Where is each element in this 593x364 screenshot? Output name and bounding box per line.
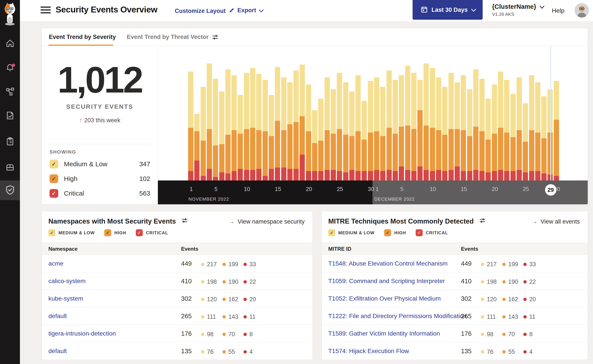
checkbox-checked[interactable]: ✓ bbox=[49, 189, 58, 198]
stacked-bar-day-12[interactable] bbox=[256, 74, 261, 181]
stacked-bar-day-22[interactable] bbox=[318, 99, 323, 181]
stacked-bar-day-13[interactable] bbox=[263, 80, 268, 181]
sidebar-item-alerts[interactable] bbox=[0, 61, 20, 75]
sidebar-item-threat-defense-active[interactable] bbox=[0, 181, 20, 200]
checkbox-checked[interactable]: ✓ bbox=[416, 229, 423, 236]
sliders-icon[interactable] bbox=[212, 33, 219, 42]
stacked-bar-day-43[interactable] bbox=[448, 73, 454, 181]
stacked-bar-day-20[interactable] bbox=[306, 84, 311, 181]
stacked-bar-day-6[interactable] bbox=[219, 91, 225, 181]
row-link[interactable]: T1052: Exfiltration Over Physical Medium bbox=[328, 295, 441, 302]
stacked-bar-day-7[interactable] bbox=[225, 69, 231, 181]
stacked-bar-day-3[interactable] bbox=[200, 87, 206, 181]
stacked-bar-day-53[interactable] bbox=[510, 94, 516, 181]
sliders-icon[interactable] bbox=[479, 217, 486, 226]
severity-chip-medium-low[interactable]: ✓MEDIUM & LOW bbox=[328, 229, 374, 236]
stacked-bar-day-37[interactable] bbox=[411, 73, 417, 181]
stacked-bar-day-2[interactable] bbox=[194, 114, 200, 181]
stacked-bar-day-10[interactable] bbox=[244, 73, 249, 181]
checkbox-checked[interactable]: ✓ bbox=[104, 229, 111, 236]
stacked-bar-day-14[interactable] bbox=[269, 95, 274, 181]
stacked-bar-day-49[interactable] bbox=[486, 99, 491, 181]
severity-filter-medium-low[interactable]: ✓Medium & Low347 bbox=[49, 159, 150, 169]
checkbox-checked[interactable]: ✓ bbox=[384, 229, 391, 236]
row-link[interactable]: T1222: File and Directory Permissions Mo… bbox=[328, 312, 467, 320]
selected-day-badge[interactable]: 29 bbox=[545, 184, 556, 195]
stacked-bar-day-38[interactable] bbox=[417, 80, 423, 181]
stacked-bar-day-16[interactable] bbox=[281, 78, 287, 181]
stacked-bar-day-27[interactable] bbox=[349, 91, 354, 181]
stacked-bar-day-28[interactable] bbox=[355, 75, 361, 181]
stacked-bar-day-31[interactable] bbox=[374, 78, 379, 181]
stacked-bar-day-42[interactable] bbox=[442, 87, 447, 181]
row-link[interactable]: kube-system bbox=[48, 295, 83, 302]
checkbox-checked[interactable]: ✓ bbox=[136, 229, 143, 236]
severity-filter-critical[interactable]: ✓Critical563 bbox=[49, 188, 150, 199]
stacked-bar-day-44[interactable] bbox=[455, 82, 460, 181]
severity-chip-high[interactable]: ✓HIGH bbox=[104, 229, 126, 236]
view-namespace-security-link[interactable]: → View namespace security bbox=[229, 218, 305, 225]
date-range-button[interactable]: Last 30 Days bbox=[413, 0, 483, 20]
export-button[interactable]: Export bbox=[237, 7, 262, 14]
stacked-bar-day-60[interactable] bbox=[554, 81, 559, 181]
stacked-bar-day-9[interactable] bbox=[238, 95, 243, 181]
row-link[interactable]: acme bbox=[48, 260, 63, 267]
stacked-bar-day-40[interactable] bbox=[430, 68, 435, 181]
sliders-icon[interactable] bbox=[181, 217, 188, 226]
hamburger-icon[interactable] bbox=[40, 6, 51, 14]
row-link[interactable]: T1574: Hijack Execution Flow bbox=[328, 348, 409, 355]
stacked-bar-day-36[interactable] bbox=[405, 66, 410, 181]
stacked-bar-day-56[interactable] bbox=[529, 75, 534, 181]
stacked-bar-day-46[interactable] bbox=[467, 89, 472, 181]
stacked-bar-day-17[interactable] bbox=[287, 82, 293, 181]
stacked-bar-day-21[interactable] bbox=[312, 110, 317, 181]
sidebar-item-compliance[interactable] bbox=[0, 135, 20, 149]
severity-chip-medium-low[interactable]: ✓MEDIUM & LOW bbox=[48, 229, 95, 236]
stacked-bar-day-41[interactable] bbox=[436, 78, 441, 181]
row-link[interactable]: T1548: Abuse Elevation Control Mechanism bbox=[328, 260, 448, 267]
stacked-bar-day-50[interactable] bbox=[492, 84, 497, 181]
stacked-bar-day-55[interactable] bbox=[523, 103, 528, 181]
stacked-bar-day-32[interactable] bbox=[380, 87, 385, 181]
stacked-bar-day-8[interactable] bbox=[232, 75, 237, 181]
checkbox-checked[interactable]: ✓ bbox=[328, 229, 335, 236]
customize-layout-button[interactable]: Customize Layout bbox=[175, 7, 235, 15]
stacked-bar-day-18[interactable] bbox=[293, 71, 299, 181]
row-link[interactable]: default bbox=[48, 312, 67, 320]
stacked-bar-day-57[interactable] bbox=[535, 82, 540, 181]
stacked-bar-day-54[interactable] bbox=[517, 78, 522, 181]
stacked-bar-day-15[interactable] bbox=[275, 67, 280, 181]
stacked-bar-day-39[interactable] bbox=[424, 64, 429, 181]
stacked-bar-day-5[interactable] bbox=[213, 79, 218, 181]
sidebar-item-service-graph[interactable] bbox=[0, 85, 20, 99]
checkbox-checked[interactable]: ✓ bbox=[49, 160, 58, 169]
sidebar-item-home[interactable] bbox=[0, 37, 20, 51]
stacked-bar-day-23[interactable] bbox=[325, 78, 330, 181]
stacked-bar-day-51[interactable] bbox=[498, 72, 503, 181]
severity-filter-high[interactable]: ✓High102 bbox=[49, 174, 150, 184]
tab-event-trend-by-threat-vector[interactable]: Event Trend by Threat Vector bbox=[127, 28, 209, 46]
stacked-bar-day-29[interactable] bbox=[361, 101, 367, 181]
stacked-bar-day-33[interactable] bbox=[386, 71, 392, 181]
view-all-events-link[interactable]: → View all events bbox=[532, 218, 580, 225]
row-link[interactable]: default bbox=[48, 348, 67, 355]
tab-event-trend-by-severity[interactable]: Event Trend by Severity bbox=[49, 28, 116, 46]
stacked-bar-day-1[interactable] bbox=[188, 72, 193, 181]
stacked-bar-day-47[interactable] bbox=[473, 69, 479, 181]
cluster-selector[interactable]: {ClusterName} V1.26 AKS bbox=[492, 3, 543, 17]
severity-chip-critical[interactable]: ✓CRITICAL bbox=[136, 229, 168, 236]
row-link[interactable]: calico-system bbox=[48, 278, 86, 285]
stacked-bar-day-24[interactable] bbox=[331, 89, 336, 181]
stacked-bar-day-30[interactable] bbox=[368, 81, 373, 181]
row-link[interactable]: T1059: Command and Scripting Interpreter bbox=[328, 278, 445, 285]
stacked-bar-day-35[interactable] bbox=[399, 75, 404, 181]
checkbox-checked[interactable]: ✓ bbox=[49, 174, 58, 183]
stacked-bar-day-45[interactable] bbox=[461, 75, 466, 181]
sidebar-item-policies[interactable] bbox=[0, 109, 20, 123]
avatar[interactable] bbox=[575, 3, 589, 18]
help-link[interactable]: Help bbox=[552, 7, 565, 14]
stacked-bar-day-26[interactable] bbox=[343, 82, 348, 181]
severity-trend-chart[interactable]: 151015202530NOVEMBER 2022151015202530DEC… bbox=[158, 46, 588, 205]
stacked-bar-day-25[interactable] bbox=[337, 73, 342, 181]
stacked-bar-day-19[interactable] bbox=[300, 65, 305, 181]
